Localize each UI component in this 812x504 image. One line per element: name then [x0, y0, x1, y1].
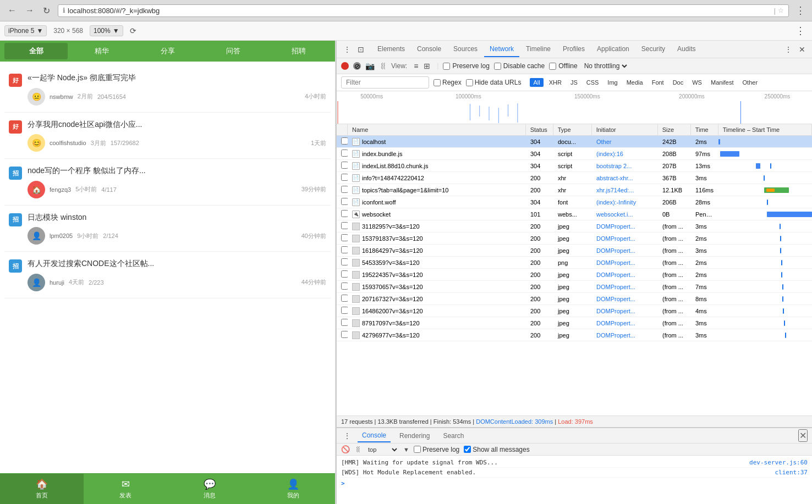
record-button[interactable]	[341, 62, 349, 70]
filter-css[interactable]: CSS	[583, 78, 602, 87]
table-row[interactable]: 📄info?t=1484742220412 200 xhr abstract-x…	[337, 172, 812, 184]
table-row[interactable]: 87917097v=3&s=120 200 jpeg DOMPropert...…	[337, 317, 812, 329]
tab-share[interactable]: 分享	[136, 43, 199, 59]
list-item[interactable]: 招 node写的一个程序 貌似出了内存... 🏠 fengzq3 5小时前 4/…	[4, 159, 331, 206]
col-initiator[interactable]: Initiator	[592, 124, 658, 135]
device-select[interactable]: iPhone 5 ▼	[4, 25, 47, 36]
tab-application[interactable]: Application	[591, 42, 635, 57]
col-name[interactable]: Name	[348, 124, 526, 135]
row-checkbox[interactable]	[341, 295, 348, 302]
tab-featured[interactable]: 精华	[70, 43, 133, 59]
show-all-messages-checkbox[interactable]	[464, 446, 471, 453]
forward-button[interactable]: →	[22, 4, 37, 17]
rotate-button[interactable]: ⟳	[130, 26, 136, 35]
refresh-button[interactable]: ↻	[40, 4, 53, 17]
grid-view-button[interactable]: ⊞	[421, 60, 432, 71]
table-row[interactable]: 153791837v=3&s=120 200 jpeg DOMPropert..…	[337, 232, 812, 245]
disable-cache-checkbox[interactable]	[494, 63, 501, 70]
col-status[interactable]: Status	[526, 124, 553, 135]
list-item[interactable]: 好 分享我用cnode社区api微信小应... 😊 coolfishstudio…	[4, 113, 331, 159]
table-row[interactable]: 3118295?v=3&s=120 200 jpeg DOMPropert...…	[337, 220, 812, 232]
row-checkbox[interactable]	[341, 319, 348, 326]
table-row[interactable]: 📄topics?tab=all&page=1&limit=10 200 xhr …	[337, 184, 812, 196]
filter-img[interactable]: Img	[604, 78, 621, 87]
devtools-settings-button[interactable]: ⋮	[782, 44, 794, 55]
table-row[interactable]: 207167327v=3&s=120 200 jpeg DOMPropert..…	[337, 293, 812, 305]
filter-button[interactable]: ⧛	[379, 62, 387, 70]
devtools-undock-button[interactable]: ⊡	[355, 44, 366, 55]
table-row[interactable]: 📄iconfont.woff 304 font (index):-Infinit…	[337, 196, 812, 208]
table-row[interactable]: 42796977v=3&s=120 200 jpeg DOMPropert...…	[337, 329, 812, 341]
tab-audits[interactable]: Audits	[672, 42, 701, 57]
row-checkbox[interactable]	[341, 246, 348, 253]
row-checkbox[interactable]	[341, 162, 348, 169]
tab-console[interactable]: Console	[412, 42, 447, 57]
console-clear-button[interactable]: 🚫	[341, 445, 350, 453]
table-row[interactable]: 5453359?v=3&s=120 200 png DOMPropert... …	[337, 257, 812, 269]
console-source-2[interactable]: client:37	[775, 469, 808, 476]
bottom-nav-messages[interactable]: 💬 消息	[168, 474, 251, 504]
row-checkbox[interactable]	[341, 258, 348, 265]
tab-search[interactable]: Search	[438, 430, 468, 442]
row-checkbox[interactable]	[341, 174, 348, 181]
offline-checkbox[interactable]	[549, 63, 556, 70]
row-checkbox[interactable]	[341, 137, 348, 145]
row-checkbox[interactable]	[341, 222, 348, 229]
table-row[interactable]: 🔌websocket 101 webs... websocket.i... 0B…	[337, 208, 812, 220]
filter-all[interactable]: All	[530, 78, 543, 87]
hide-data-urls-checkbox[interactable]	[466, 79, 473, 86]
filter-doc[interactable]: Doc	[670, 78, 687, 87]
console-prompt[interactable]: >	[341, 480, 808, 487]
tab-elements[interactable]: Elements	[372, 42, 410, 57]
table-row[interactable]: 159370657v=3&s=120 200 jpeg DOMPropert..…	[337, 281, 812, 293]
filter-manifest[interactable]: Manifest	[707, 78, 737, 87]
filter-ws[interactable]: WS	[689, 78, 705, 87]
list-view-button[interactable]: ≡	[412, 60, 420, 71]
screenshot-button[interactable]: 📷	[365, 62, 375, 70]
more-button[interactable]: ⋮	[793, 24, 808, 38]
filter-media[interactable]: Media	[623, 78, 646, 87]
console-source-1[interactable]: dev-server.js:60	[749, 459, 808, 466]
tab-network[interactable]: Network	[484, 42, 519, 57]
col-time[interactable]: Time	[691, 124, 718, 135]
row-checkbox[interactable]	[341, 331, 348, 338]
row-checkbox[interactable]	[341, 198, 348, 205]
list-item[interactable]: 招 有人开发过搜索CNODE这个社区帖... 👤 huruji 4天前 2/22…	[4, 252, 331, 298]
throttle-select[interactable]: No throttling Fast 3G Slow 3G Offline	[582, 62, 629, 70]
bottom-nav-profile[interactable]: 👤 我的	[251, 474, 335, 504]
filter-js[interactable]: JS	[567, 78, 581, 87]
bottom-nav-home[interactable]: 🏠 首页	[0, 474, 84, 504]
table-row[interactable]: 164862007v=3&s=120 200 jpeg DOMPropert..…	[337, 305, 812, 317]
col-timeline[interactable]: Timeline – Start Time 1.00s▲	[718, 124, 812, 135]
table-row[interactable]: 195224357v=3&s=120 200 jpeg DOMPropert..…	[337, 269, 812, 281]
preserve-log-console-checkbox[interactable]	[414, 446, 421, 453]
filter-font[interactable]: Font	[649, 78, 667, 87]
tab-all[interactable]: 全部	[4, 43, 68, 59]
stop-button[interactable]: ⊘	[353, 62, 361, 70]
console-close-button[interactable]: ✕	[798, 429, 808, 442]
table-row[interactable]: 📄localhost 304 docu... Other 242B 2ms	[337, 136, 812, 148]
row-checkbox[interactable]	[341, 149, 348, 157]
address-bar[interactable]: ℹ localhost:8080/#/?_k=jdkwbg | ☆	[58, 4, 789, 17]
row-checkbox[interactable]	[341, 210, 348, 217]
list-item[interactable]: 好 «一起学 Node.js» 彻底重写完毕 😐 nswbmw 2月前 204/…	[4, 66, 331, 113]
tab-jobs[interactable]: 招聘	[267, 43, 331, 59]
tab-qa[interactable]: 问答	[201, 43, 265, 59]
tab-sources[interactable]: Sources	[448, 42, 483, 57]
row-checkbox[interactable]	[341, 270, 348, 278]
col-size[interactable]: Size	[658, 124, 691, 135]
filter-input[interactable]	[341, 76, 429, 88]
regex-checkbox[interactable]	[434, 79, 441, 86]
devtools-close-button[interactable]: ✕	[797, 44, 808, 55]
col-type[interactable]: Type	[553, 124, 592, 135]
console-menu-button[interactable]: ⋮	[341, 430, 353, 441]
back-button[interactable]: ←	[4, 4, 20, 17]
tab-security[interactable]: Security	[636, 42, 671, 57]
bookmark-icon[interactable]: ☆	[778, 7, 784, 14]
table-row[interactable]: 161864297v=3&s=120 200 jpeg DOMPropert..…	[337, 245, 812, 257]
table-row[interactable]: 📄index.bundle.js 304 script (index):16 2…	[337, 148, 812, 160]
chrome-menu-button[interactable]: ⋮	[793, 3, 808, 18]
row-checkbox[interactable]	[341, 283, 348, 290]
row-checkbox[interactable]	[341, 307, 348, 314]
tab-console-active[interactable]: Console	[358, 429, 391, 442]
